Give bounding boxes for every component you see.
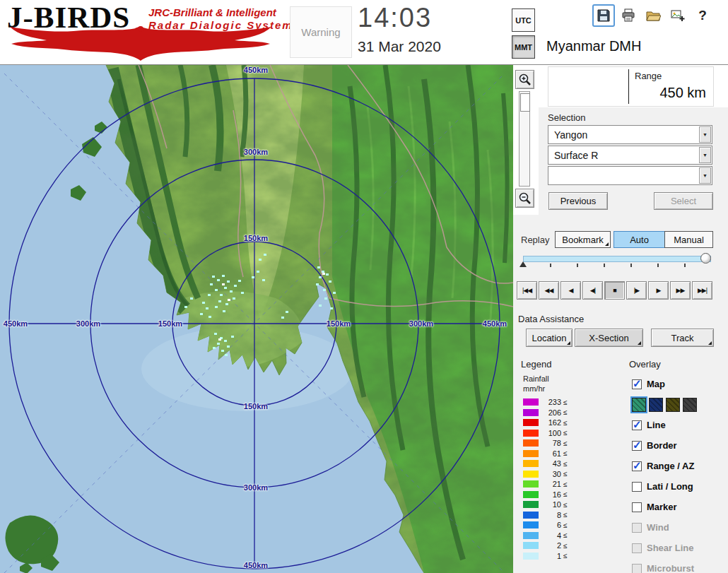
zoom-out-button[interactable] [515, 189, 534, 208]
map-style-swatch-navy[interactable] [649, 398, 663, 412]
map-style-swatch-teal[interactable] [632, 398, 646, 412]
utc-button[interactable]: UTC [512, 8, 535, 32]
playback-fast-rewind-button[interactable]: ◀◀ [539, 281, 559, 300]
range-ring-label: 150km [244, 234, 268, 242]
overlay-item-range-az[interactable]: Range / AZ [632, 456, 728, 476]
overlay-item-wind[interactable]: Wind [632, 517, 728, 538]
auto-replay-button[interactable]: Auto [613, 231, 665, 248]
checkbox-map[interactable] [632, 379, 642, 389]
playback-jump-end-button[interactable]: ▶▶| [692, 281, 712, 300]
range-ring-label: 300km [76, 319, 100, 328]
playback-fast-forward-button[interactable]: ▶▶ [670, 281, 691, 300]
overlay-item-shear-line[interactable]: Shear Line [632, 538, 728, 558]
playback-jump-start-button[interactable]: |◀◀ [517, 281, 537, 300]
selection-dropdown-2[interactable]: Surface R▼ [548, 146, 712, 165]
legend-row: 4≤ [523, 531, 568, 541]
legend-value: 61 [543, 449, 561, 458]
playback-play-button[interactable]: ▶ [648, 281, 669, 300]
legend-color-swatch [523, 450, 539, 457]
logo-tagline-1: JRC-Brilliant & Intelligent [148, 6, 276, 18]
legend-value: 1 [543, 552, 561, 560]
overlay-item-map[interactable]: Map [632, 374, 728, 394]
mmt-button[interactable]: MMT [512, 35, 535, 59]
playback-step-back-button[interactable]: ◀| [582, 281, 603, 300]
checkbox-lati-long[interactable] [632, 482, 642, 492]
checkbox-marker[interactable] [632, 502, 642, 512]
checkbox-line[interactable] [632, 420, 642, 430]
map-style-swatch-gray[interactable] [683, 398, 697, 412]
legend-value: 43 [543, 459, 561, 468]
bookmark-button[interactable]: Bookmark [555, 231, 611, 248]
map-style-swatch-olive[interactable] [666, 398, 680, 412]
legend-value: 162 [543, 418, 561, 427]
checkbox-wind[interactable] [632, 523, 642, 533]
data-assistance-x-section-button[interactable]: X-Section [575, 329, 643, 347]
playback-stop-button[interactable]: ■ [604, 281, 625, 300]
replay-label: Replay [521, 235, 549, 245]
timeline-slider-handle[interactable] [700, 253, 711, 264]
chevron-down-icon: ▼ [703, 132, 708, 137]
data-assistance-location-button[interactable]: Location [526, 329, 573, 347]
radar-display[interactable]: 450km300km150km150km300km450km450km300km… [0, 65, 513, 573]
screen-capture-button[interactable] [667, 4, 689, 27]
previous-button[interactable]: Previous [548, 192, 608, 210]
scrollbar-thumb[interactable] [520, 93, 530, 112]
overlay-item-marker[interactable]: Marker [632, 497, 728, 517]
legend-value: 8 [543, 511, 561, 519]
overlay-options: MapLineBorderRange / AZLati / LongMarker… [632, 374, 728, 573]
checkbox-shear-line[interactable] [632, 543, 642, 553]
magnifier-minus-icon [518, 191, 532, 206]
legend-value: 2 [543, 541, 561, 550]
warning-button[interactable]: Warning [290, 6, 352, 58]
printer-icon [621, 8, 636, 23]
open-file-button[interactable] [642, 4, 664, 27]
checkbox-microburst[interactable] [632, 564, 642, 573]
legend-unit-rainfall: Rainfall [523, 374, 549, 383]
legend-value: 21 [543, 480, 561, 488]
legend-scale: 233≤206≤162≤100≤78≤61≤43≤30≤21≤16≤10≤8≤6… [523, 397, 568, 561]
checkbox-range-az[interactable] [632, 461, 642, 471]
timeline-tick [604, 264, 605, 267]
overlay-item-lati-long[interactable]: Lati / Long [632, 476, 728, 497]
legend-color-swatch [523, 542, 539, 549]
selection-dropdowns: Yangon▼Surface R▼▼ [548, 125, 712, 187]
legend-title: Legend [521, 359, 551, 370]
map-zoom-scrollbar[interactable] [519, 91, 530, 187]
overlay-item-border[interactable]: Border [632, 435, 728, 456]
image-plus-icon [670, 8, 686, 23]
dropdown-value: Surface R [554, 150, 598, 161]
help-button[interactable]: ? [691, 4, 714, 27]
range-ring-label: 150km [244, 402, 268, 410]
playback-step-forward-button[interactable]: |▶ [626, 281, 647, 300]
legend-lte-symbol: ≤ [563, 480, 568, 488]
playback-play-reverse-button[interactable]: ◀ [560, 281, 581, 300]
manual-replay-button[interactable]: Manual [664, 231, 713, 248]
dropdown-arrow-button[interactable]: ▼ [699, 126, 711, 143]
legend-color-swatch [523, 501, 539, 508]
floppy-disk-icon [596, 8, 611, 23]
checkbox-border[interactable] [632, 441, 642, 451]
dropdown-arrow-button[interactable]: ▼ [699, 147, 711, 163]
range-ring-label: 450km [244, 66, 268, 74]
selection-dropdown-1[interactable]: Yangon▼ [548, 125, 712, 144]
timeline-tick [657, 264, 659, 267]
zoom-in-button[interactable] [515, 70, 534, 89]
legend-row: 61≤ [523, 449, 568, 459]
timeline-tick [630, 264, 632, 267]
legend-value: 16 [543, 490, 561, 499]
overlay-title: Overlay [629, 359, 661, 370]
dropdown-arrow-button[interactable]: ▼ [699, 167, 711, 184]
select-button[interactable]: Select [654, 192, 713, 210]
print-button[interactable] [617, 4, 640, 27]
legend-lte-symbol: ≤ [563, 552, 568, 560]
overlay-item-line[interactable]: Line [632, 415, 728, 435]
legend-color-swatch [523, 409, 539, 416]
legend-color-swatch [523, 480, 539, 488]
overlay-label: Wind [647, 522, 669, 533]
overlay-item-microburst[interactable]: Microburst [632, 558, 728, 573]
overlay-label: Marker [647, 502, 677, 512]
replay-timeline-slider[interactable] [523, 256, 711, 262]
save-button[interactable] [592, 4, 615, 27]
selection-dropdown-3[interactable]: ▼ [548, 166, 712, 185]
data-assistance-track-button[interactable]: Track [651, 329, 714, 347]
